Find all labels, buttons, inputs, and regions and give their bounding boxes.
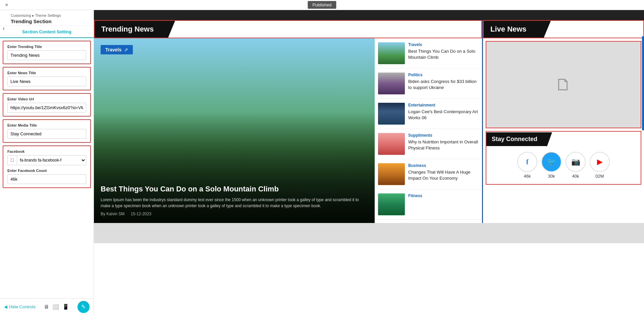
preview-content: Trending News Travels: [94, 20, 644, 243]
trending-title-group: Enter Trending Title: [3, 41, 91, 64]
tablet-icon-button[interactable]: ⬜: [52, 304, 59, 310]
side-news-title-4: Changes That Will Have A Huge Impact On …: [408, 169, 479, 181]
video-placeholder-icon: 🗋: [555, 75, 572, 94]
sidebar-tab[interactable]: Section Content Setting: [0, 26, 94, 38]
facebook-label: Facebook: [7, 149, 86, 153]
social-item-instagram[interactable]: 📷 40k: [566, 152, 586, 179]
social-item-facebook[interactable]: f 46k: [517, 152, 537, 179]
stay-connected-section: Stay Connected f 46k: [486, 131, 641, 185]
bottom-strip: [94, 223, 644, 243]
featured-meta: By Kalvin SM 15-12-2023: [101, 212, 368, 216]
sidebar-section-title: Trending Section: [11, 18, 90, 24]
sidebar: ‹ Customizing ▸ Theme Settings Trending …: [0, 10, 94, 315]
side-news-image-4: [378, 163, 405, 185]
media-title-input[interactable]: [7, 129, 86, 139]
side-news-category-1: Politics: [408, 73, 479, 77]
two-col-layout: Trending News Travels: [94, 20, 644, 223]
sidebar-back-button[interactable]: ‹: [0, 24, 7, 33]
side-news-image-1: [378, 73, 405, 94]
news-title-label: Enter News Title: [7, 71, 86, 75]
side-news-image-5: [378, 193, 405, 215]
side-news-list: Travels Best Things You Can Do on a Solo…: [375, 38, 482, 223]
trending-main: Travels ⇗ Best Things You Can Do on a So…: [94, 38, 482, 223]
side-news-item-1[interactable]: Politics Biden asks Congress for $33 bil…: [375, 69, 482, 99]
sidebar-breadcrumb: Customizing ▸ Theme Settings: [11, 13, 90, 18]
preview-area: Trending News Travels: [94, 10, 644, 315]
top-bar: × Published: [0, 0, 644, 10]
blue-vertical-bar: [642, 36, 644, 130]
video-url-label: Enter Video Url: [7, 97, 86, 101]
trending-header-rest: [168, 21, 481, 37]
main-layout: ‹ Customizing ▸ Theme Settings Trending …: [0, 10, 644, 315]
social-icons-row: f 46k 🐦 30k: [486, 146, 641, 184]
trending-header: Trending News: [94, 20, 482, 38]
hide-controls-button[interactable]: ◀ Hide Controls: [4, 304, 36, 309]
live-news-title: Live News: [490, 25, 537, 34]
trending-title-input[interactable]: [7, 50, 86, 60]
side-news-text-0: Travels Best Things You Can Do on a Solo…: [408, 42, 479, 64]
side-news-item-3[interactable]: Suppliments Why is Nutrition Important i…: [375, 129, 482, 159]
side-news-category-0: Travels: [408, 42, 479, 47]
trending-title-label: Enter Trending Title: [7, 45, 86, 49]
side-news-category-2: Entertainment: [408, 103, 479, 107]
facebook-count-input[interactable]: [7, 174, 86, 184]
published-button[interactable]: Published: [308, 1, 336, 9]
edit-button[interactable]: ✎: [77, 301, 90, 313]
side-news-item-5[interactable]: Fitness: [375, 189, 482, 220]
facebook-select-wrap: ☐ fa-brands fa-facebook-f: [7, 155, 86, 165]
video-url-group: Enter Video Url: [3, 93, 91, 117]
featured-image: Travels ⇗ Best Things You Can Do on a So…: [94, 38, 375, 223]
side-news-title-2: Logan Cee's Best Contemporary Art Works …: [408, 109, 479, 121]
side-news-image-0: [378, 42, 405, 64]
twitter-count-display: 30k: [548, 174, 555, 179]
social-item-youtube[interactable]: ▶ 02M: [590, 152, 610, 179]
share-button[interactable]: ⇗: [124, 47, 128, 52]
side-news-category-4: Business: [408, 163, 479, 168]
side-news-category-3: Suppliments: [408, 133, 479, 138]
featured-overlay: Best Things You Can Do on a Solo Mountai…: [94, 178, 375, 223]
side-news-title-0: Best Things You Can Do on a Solo Mountai…: [408, 48, 479, 60]
stay-connected-black: Stay Connected: [486, 132, 547, 146]
instagram-icon: 📷: [571, 158, 580, 166]
instagram-count-display: 40k: [572, 174, 579, 179]
facebook-circle-icon: f: [517, 152, 537, 172]
desktop-icon-button[interactable]: 🖥: [44, 304, 49, 310]
side-news-title-1: Biden asks Congress for $33 billion to s…: [408, 79, 479, 91]
sidebar-tab-label: Section Content Setting: [22, 29, 71, 34]
live-news-header: Live News: [483, 20, 644, 38]
side-news-item-4[interactable]: Business Changes That Will Have A Huge I…: [375, 159, 482, 189]
close-button[interactable]: ×: [3, 2, 10, 8]
sidebar-bottom: ◀ Hide Controls 🖥 ⬜ 📱 ✎: [0, 298, 94, 315]
stay-connected-rest: [547, 132, 641, 146]
mobile-icon-button[interactable]: 📱: [62, 304, 69, 310]
instagram-circle-icon: 📷: [566, 152, 586, 172]
twitter-icon: 🐦: [547, 158, 556, 166]
facebook-icon-preview: ☐: [8, 156, 17, 165]
live-video-placeholder: 🗋: [486, 41, 641, 128]
travels-tag: Travels ⇗: [101, 45, 133, 54]
side-news-text-4: Business Changes That Will Have A Huge I…: [408, 163, 479, 185]
featured-title: Best Things You Can Do on a Solo Mountai…: [101, 184, 368, 194]
media-title-group: Enter Media Title: [3, 119, 91, 143]
live-header-rest: [544, 21, 643, 37]
side-news-title-3: Why is Nutrition Important in Overall Ph…: [408, 139, 479, 151]
trending-column: Trending News Travels: [94, 20, 483, 223]
featured-description: Lorem Ipsum has been the industrys stand…: [101, 197, 368, 209]
side-news-item-0[interactable]: Travels Best Things You Can Do on a Solo…: [375, 38, 482, 69]
device-icons-group: 🖥 ⬜ 📱: [44, 304, 69, 310]
youtube-icon: ▶: [597, 158, 603, 166]
facebook-icon-select[interactable]: fa-brands fa-facebook-f: [17, 155, 86, 165]
side-news-text-5: Fitness: [408, 193, 479, 215]
social-item-twitter[interactable]: 🐦 30k: [541, 152, 561, 179]
facebook-icon: f: [526, 158, 529, 166]
side-news-text-2: Entertainment Logan Cee's Best Contempor…: [408, 103, 479, 125]
side-news-image-3: [378, 133, 405, 155]
twitter-circle-icon: 🐦: [541, 152, 561, 172]
youtube-circle-icon: ▶: [590, 152, 610, 172]
news-title-input[interactable]: [7, 77, 86, 86]
live-news-column: Live News 🗋 Stay Connec: [483, 20, 644, 223]
live-header-black: Live News: [484, 21, 544, 38]
facebook-count-label: Enter Facebook Count: [7, 169, 86, 173]
side-news-item-2[interactable]: Entertainment Logan Cee's Best Contempor…: [375, 99, 482, 129]
video-url-input[interactable]: [7, 103, 86, 113]
